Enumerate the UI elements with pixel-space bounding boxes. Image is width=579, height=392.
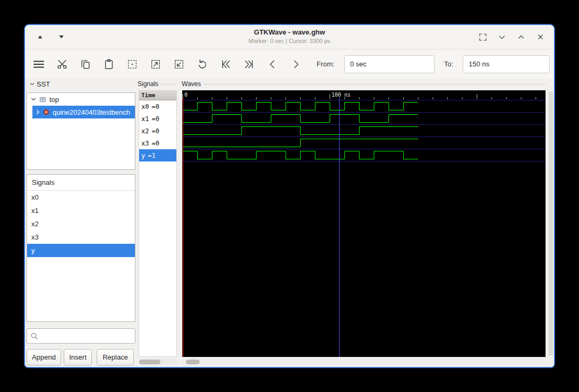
marker-cursor-status: Marker: 0 sec | Cursor: 3300 ps (142, 38, 437, 44)
waves-vertical-scrollbar[interactable] (548, 90, 554, 357)
chevron-left-icon (267, 58, 278, 70)
insert-button[interactable]: Insert (64, 349, 92, 365)
wave-signal-row[interactable]: x1=0 (139, 113, 176, 125)
signal-name: x3 (141, 140, 149, 147)
chevron-up-icon (517, 33, 525, 41)
minimize-button[interactable] (496, 31, 508, 44)
from-input[interactable] (344, 55, 435, 73)
maximize-button[interactable] (515, 31, 527, 44)
zoom-to-start-button[interactable] (219, 57, 233, 71)
waveform-area[interactable]: 0100 ns (182, 90, 546, 357)
wave-signal-row[interactable]: y=1 (139, 149, 176, 161)
scrollbar-thumb[interactable] (549, 91, 553, 356)
waves-horizontal-scrollbar[interactable] (182, 359, 546, 365)
triangle-down-icon (58, 34, 64, 40)
signal-search-input[interactable] (41, 331, 132, 340)
wave-name-rows: x0=0x1=0x2=0x3=0y=1 (139, 100, 176, 161)
sst-section-label: SST (28, 80, 50, 88)
zoom-to-end-button[interactable] (242, 57, 256, 71)
zoom-out-button[interactable] (172, 57, 186, 71)
zoom-fit-icon (126, 58, 138, 70)
names-horizontal-scrollbar[interactable] (138, 359, 177, 365)
from-label: From: (317, 60, 335, 68)
chevron-right-icon (290, 58, 302, 70)
svg-text:0: 0 (184, 92, 188, 98)
shift-right-button[interactable] (289, 57, 303, 71)
titlebar[interactable]: GTKWave - wave.ghw Marker: 0 sec | Curso… (25, 25, 554, 49)
to-input[interactable] (463, 55, 550, 73)
window-title: GTKWave - wave.ghw (142, 28, 437, 36)
close-button[interactable] (534, 31, 547, 44)
zoom-in-button[interactable] (149, 57, 163, 71)
scissors-icon (56, 58, 68, 70)
menu-button[interactable] (32, 57, 46, 71)
zoom-in-icon (150, 58, 161, 70)
signal-list-item[interactable]: x1 (27, 204, 135, 217)
tree-item-label: quine20240403testbench (53, 108, 130, 116)
svg-text:100 ns: 100 ns (331, 92, 351, 98)
zoom-fit-button[interactable] (125, 57, 139, 71)
expander-down-icon[interactable] (30, 96, 37, 103)
wave-names-panel: Time x0=0x1=0x2=0x3=0y=1 (139, 90, 177, 357)
close-icon (537, 33, 544, 41)
wave-signal-row[interactable]: x2=0 (139, 125, 176, 137)
titlebar-left-controls (33, 25, 67, 49)
signal-list-item[interactable]: y (27, 244, 135, 257)
tree-item-testbench[interactable]: quine20240403testbench (32, 106, 135, 118)
paste-button[interactable] (102, 57, 116, 71)
skip-to-start-icon (220, 58, 232, 70)
titlebar-center: GTKWave - wave.ghw Marker: 0 sec | Curso… (142, 28, 437, 44)
copy-icon (80, 58, 91, 70)
frame-line (204, 84, 546, 84)
sst-collapse-button[interactable] (28, 81, 36, 88)
signal-search-box[interactable] (27, 328, 135, 344)
fit-window-button[interactable] (476, 31, 489, 44)
signal-value: =0 (151, 127, 159, 135)
to-label: To: (444, 60, 453, 68)
zoom-out-icon (173, 58, 185, 70)
shade-up-button[interactable] (33, 31, 46, 44)
chevron-down-icon (29, 81, 35, 87)
scrollbar-thumb[interactable] (139, 360, 160, 364)
tree-item-top[interactable]: top (27, 93, 135, 106)
wave-signal-row[interactable]: x3=0 (139, 137, 176, 149)
hamburger-menu-icon (32, 57, 46, 71)
triangle-up-icon (37, 34, 43, 40)
cut-button[interactable] (55, 57, 69, 71)
append-button[interactable]: Append (27, 349, 61, 365)
clipboard-icon (103, 58, 115, 70)
signal-list-item[interactable]: x0 (27, 191, 135, 204)
signal-value: =0 (151, 103, 159, 110)
main-toolbar: From: To: (25, 49, 554, 79)
signal-list-item[interactable]: x3 (27, 231, 135, 244)
replace-button[interactable]: Replace (97, 349, 134, 365)
signal-name: x2 (141, 127, 149, 135)
signal-value: =0 (151, 140, 159, 147)
undo-arrow-icon (197, 58, 208, 70)
waveform-canvas: 0100 ns (182, 90, 546, 357)
testbench-icon (42, 108, 50, 116)
shade-down-button[interactable] (55, 31, 67, 44)
frame-line (160, 84, 177, 84)
wave-signal-row[interactable]: x0=0 (139, 100, 176, 113)
module-icon (39, 96, 47, 104)
gtkwave-window: GTKWave - wave.ghw Marker: 0 sec | Curso… (24, 24, 555, 368)
scrollbar-thumb[interactable] (186, 360, 200, 364)
copy-button[interactable] (79, 57, 92, 71)
signal-list: x0x1x2x3y (27, 191, 135, 257)
expander-right-icon[interactable] (35, 109, 41, 115)
chevron-down-icon (498, 33, 506, 41)
zoom-undo-button[interactable] (195, 57, 209, 71)
signal-list-item[interactable]: x2 (27, 217, 135, 231)
sst-label-text: SST (37, 80, 50, 88)
time-header[interactable]: Time (139, 91, 176, 100)
signal-name: x0 (141, 103, 149, 110)
signal-name: y (141, 152, 145, 159)
fit-corners-icon (478, 32, 488, 42)
search-icon (30, 332, 38, 340)
shift-left-button[interactable] (266, 57, 279, 71)
skip-to-end-icon (243, 58, 255, 70)
titlebar-right-controls (476, 25, 547, 49)
signal-value: =1 (148, 152, 155, 159)
tree-item-label: top (49, 96, 59, 104)
